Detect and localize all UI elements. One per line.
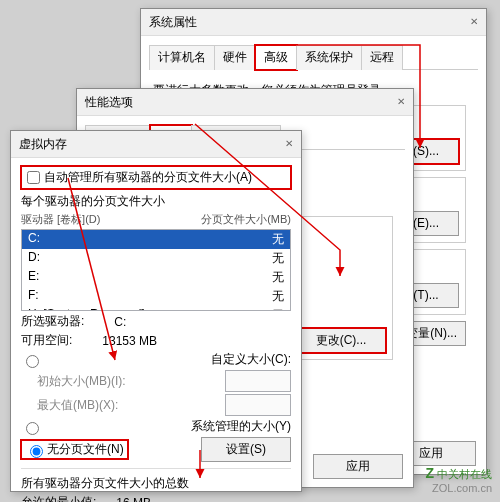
title: 虚拟内存 <box>19 131 67 157</box>
titlebar: 虚拟内存 ✕ <box>11 131 301 158</box>
virtual-memory-dialog: 虚拟内存 ✕ 自动管理所有驱动器的分页文件大小(A) 每个驱动器的分页文件大小 … <box>10 130 302 492</box>
min-value: 16 MB <box>116 496 291 503</box>
each-drive-label: 每个驱动器的分页文件大小 <box>21 193 291 210</box>
logo-cn: 中关村在线 <box>437 468 492 480</box>
system-managed-label: 系统管理的大小(Y) <box>191 418 291 435</box>
avail-value: 13153 MB <box>102 334 291 348</box>
custom-size-label: 自定义大小(C): <box>211 351 291 368</box>
init-size-label: 初始大小(MB)(I): <box>37 373 126 390</box>
tab-system-protection[interactable]: 系统保护 <box>296 45 362 70</box>
avail-label: 可用空间: <box>21 332 72 349</box>
auto-manage-checkbox[interactable] <box>27 171 40 184</box>
close-icon[interactable]: ✕ <box>470 9 478 35</box>
close-icon[interactable]: ✕ <box>397 89 405 115</box>
tab-remote[interactable]: 远程 <box>361 45 403 70</box>
max-size-label: 最大值(MB)(X): <box>37 397 118 414</box>
title: 性能选项 <box>85 89 133 115</box>
drive-row[interactable]: D:无 <box>22 249 290 268</box>
max-size-input[interactable] <box>225 394 291 416</box>
apply-button[interactable]: 应用 <box>313 454 403 479</box>
custom-size-radio[interactable] <box>26 355 39 368</box>
auto-manage-label: 自动管理所有驱动器的分页文件大小(A) <box>44 170 252 184</box>
watermark-logo: Z 中关村在线 ZOL.com.cn <box>425 465 492 494</box>
sel-drive-value: C: <box>114 315 291 329</box>
min-label: 允许的最小值: <box>21 494 96 502</box>
drive-row[interactable]: E:无 <box>22 268 290 287</box>
tab-computer-name[interactable]: 计算机名 <box>149 45 215 70</box>
title: 系统属性 <box>149 9 197 35</box>
tabs: 计算机名 硬件 高级 系统保护 远程 <box>149 44 478 70</box>
totals-header: 所有驱动器分页文件大小的总数 <box>21 475 291 492</box>
auto-manage-row: 自动管理所有驱动器的分页文件大小(A) <box>21 166 291 189</box>
change-button[interactable]: 更改(C)... <box>296 328 386 353</box>
drive-row[interactable]: C:无 <box>22 230 290 249</box>
drive-row[interactable]: H: [System Reserved]无 <box>22 306 290 311</box>
col-drive: 驱动器 [卷标](D) <box>21 212 100 227</box>
logo-url: ZOL.com.cn <box>432 482 492 494</box>
no-page-row: 无分页文件(N) <box>21 440 128 459</box>
system-managed-radio[interactable] <box>26 422 39 435</box>
sel-drive-label: 所选驱动器: <box>21 313 84 330</box>
no-paging-label: 无分页文件(N) <box>47 442 124 456</box>
titlebar: 性能选项 ✕ <box>77 89 413 116</box>
drive-listbox[interactable]: C:无D:无E:无F:无H: [System Reserved]无 <box>21 229 291 311</box>
logo-z: Z <box>425 465 434 481</box>
set-button[interactable]: 设置(S) <box>201 437 291 462</box>
tab-advanced[interactable]: 高级 <box>255 45 297 70</box>
titlebar: 系统属性 ✕ <box>141 9 486 36</box>
close-icon[interactable]: ✕ <box>285 131 293 157</box>
no-paging-radio[interactable] <box>30 445 43 458</box>
init-size-input[interactable] <box>225 370 291 392</box>
drive-row[interactable]: F:无 <box>22 287 290 306</box>
col-size: 分页文件大小(MB) <box>201 212 291 227</box>
tab-hardware[interactable]: 硬件 <box>214 45 256 70</box>
